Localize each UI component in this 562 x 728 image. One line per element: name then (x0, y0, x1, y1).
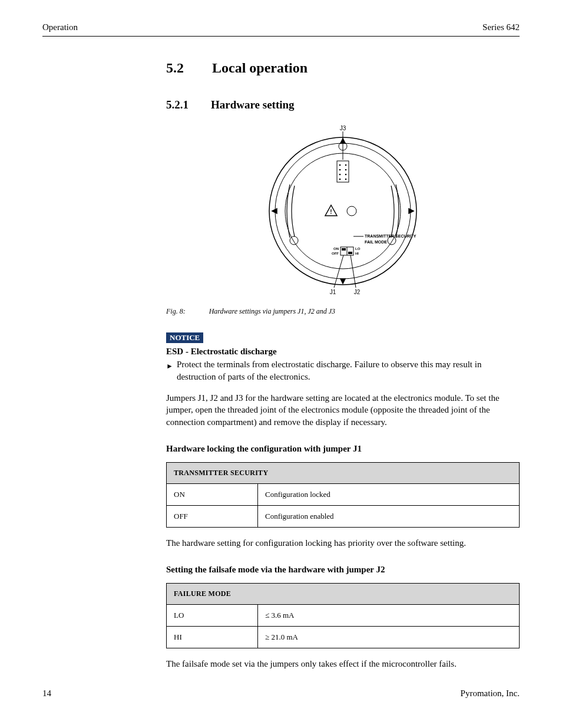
svg-marker-4 (340, 279, 345, 284)
svg-point-8 (290, 236, 298, 245)
table-row: ON Configuration locked (167, 483, 520, 505)
svg-point-2 (285, 153, 401, 269)
figure-caption-text: Hardware settings via jumpers J1, J2 and… (209, 307, 335, 316)
heading-j1: Hardware locking the configuration with … (166, 444, 520, 454)
svg-text:!: ! (330, 209, 332, 215)
table-row: LO ≤ 3.6 mA (167, 604, 520, 626)
table-cell: HI (167, 626, 258, 648)
svg-point-17 (339, 179, 341, 180)
svg-rect-26 (342, 248, 346, 251)
subsection-title: Hardware setting (211, 98, 295, 111)
figure-label-j1: J1 (330, 289, 336, 295)
svg-point-18 (345, 179, 347, 180)
table-cell: Configuration enabled (258, 505, 520, 527)
figure-text-failmode: FAIL MODE (365, 240, 387, 244)
svg-point-13 (339, 169, 341, 171)
company-name: Pyromation, Inc. (461, 689, 520, 699)
section-heading: 5.2 Local operation (166, 60, 520, 76)
header-right: Series 642 (482, 22, 520, 32)
figure-text-lo: LO (355, 247, 361, 251)
table-cell: ON (167, 483, 258, 505)
content-column: 5.2 Local operation 5.2.1 Hardware setti… (42, 60, 520, 670)
figure-caption-number: Fig. 8: (166, 307, 186, 316)
table-j2-header: FAILURE MODE (167, 583, 520, 604)
table-j1-header: TRANSMITTER SECURITY (167, 462, 520, 483)
svg-rect-10 (337, 161, 349, 182)
section-title: Local operation (212, 60, 308, 76)
svg-point-16 (345, 174, 347, 176)
svg-marker-6 (409, 209, 414, 213)
paragraph-priority: The hardware setting for configuration l… (166, 537, 520, 549)
svg-point-1 (275, 143, 411, 279)
figure-8: J3 ! TRANSMITTER SECURITY FAIL MODE (166, 126, 520, 316)
table-cell: ≥ 21.0 mA (258, 626, 520, 648)
table-row: HI ≥ 21.0 mA (167, 626, 520, 648)
paragraph-failsafe: The failsafe mode set via the jumpers on… (166, 658, 520, 670)
svg-marker-5 (272, 209, 277, 213)
table-failure-mode: FAILURE MODE LO ≤ 3.6 mA HI ≥ 21.0 mA (166, 583, 520, 648)
table-cell: LO (167, 604, 258, 626)
arrow-icon (166, 358, 173, 383)
svg-line-29 (351, 255, 356, 288)
subsection-heading: 5.2.1 Hardware setting (166, 98, 520, 111)
heading-j2: Setting the failsafe mode via the hardwa… (166, 565, 520, 575)
paragraph-jumpers: Jumpers J1, J2 and J3 for the hardware s… (166, 392, 520, 429)
figure-label-j3: J3 (340, 126, 346, 131)
section-number: 5.2 (166, 60, 184, 76)
hardware-diagram-icon: J3 ! TRANSMITTER SECURITY FAIL MODE (225, 126, 461, 297)
table-row: OFF Configuration enabled (167, 505, 520, 527)
header-left: Operation (42, 22, 78, 32)
notice-text: Protect the terminals from electrostatic… (177, 358, 520, 383)
svg-point-12 (345, 164, 347, 166)
svg-point-11 (339, 164, 341, 166)
subsection-number: 5.2.1 (166, 98, 189, 111)
page-number: 14 (42, 689, 51, 699)
svg-point-22 (347, 206, 356, 216)
notice-title: ESD - Electrostatic discharge (166, 345, 520, 357)
figure-text-security: TRANSMITTER SECURITY (365, 234, 416, 238)
table-cell: Configuration locked (258, 483, 520, 505)
notice-badge: NOTICE (166, 332, 203, 343)
figure-text-on: ON (333, 247, 339, 251)
table-transmitter-security: TRANSMITTER SECURITY ON Configuration lo… (166, 462, 520, 528)
table-cell: OFF (167, 505, 258, 527)
svg-point-15 (339, 174, 341, 176)
page-footer: 14 Pyromation, Inc. (42, 689, 520, 699)
figure-label-j2: J2 (354, 289, 361, 295)
svg-point-14 (345, 169, 347, 171)
figure-text-hi: HI (355, 252, 359, 255)
notice-bullet: Protect the terminals from electrostatic… (166, 358, 520, 383)
figure-text-off: OFF (332, 252, 339, 255)
figure-caption: Fig. 8: Hardware settings via jumpers J1… (166, 307, 520, 316)
running-header: Operation Series 642 (42, 22, 520, 37)
page: Operation Series 642 5.2 Local operation… (0, 0, 562, 728)
table-cell: ≤ 3.6 mA (258, 604, 520, 626)
svg-rect-27 (348, 252, 352, 254)
